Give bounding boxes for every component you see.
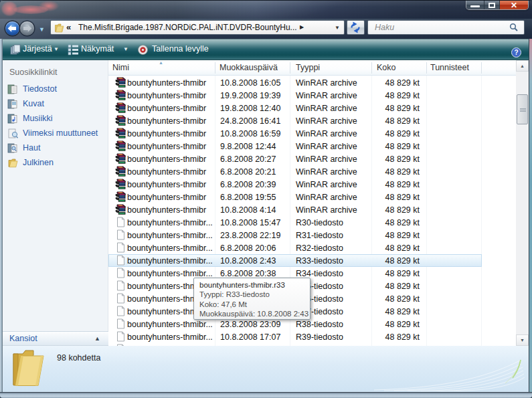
svg-text:?: ? xyxy=(514,49,518,56)
